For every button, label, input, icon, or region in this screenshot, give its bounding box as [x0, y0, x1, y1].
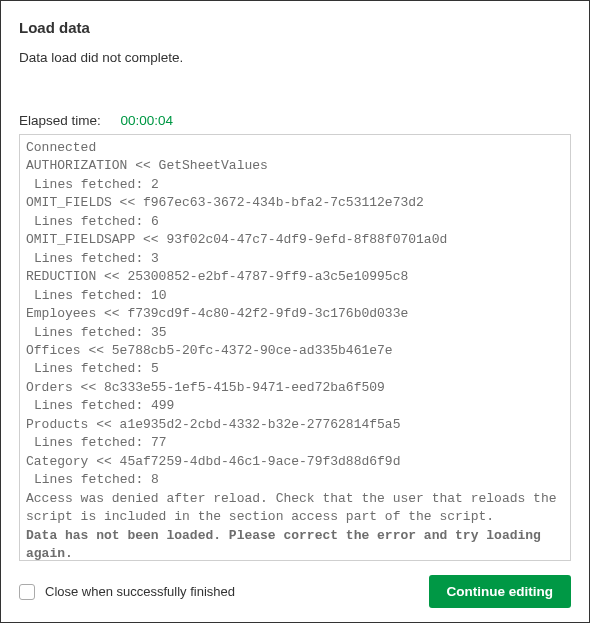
log-line: Orders << 8c333e55-1ef5-415b-9471-eed72b…	[26, 379, 562, 397]
log-line: Access was denied after reload. Check th…	[26, 490, 562, 527]
close-when-finished-checkbox[interactable]: Close when successfully finished	[19, 584, 235, 600]
log-line: Lines fetched: 77	[26, 434, 562, 452]
elapsed-time-value: 00:00:04	[121, 113, 174, 128]
log-line: Data has not been loaded. Please correct…	[26, 527, 562, 560]
elapsed-time-row: Elapsed time: 00:00:04	[19, 113, 571, 128]
dialog-footer: Close when successfully finished Continu…	[19, 561, 571, 608]
status-message: Data load did not complete.	[19, 50, 571, 65]
log-line: Products << a1e935d2-2cbd-4332-b32e-2776…	[26, 416, 562, 434]
log-line: Offices << 5e788cb5-20fc-4372-90ce-ad335…	[26, 342, 562, 360]
log-line: REDUCTION << 25300852-e2bf-4787-9ff9-a3c…	[26, 268, 562, 286]
log-line: Lines fetched: 8	[26, 471, 562, 489]
checkbox-box[interactable]	[19, 584, 35, 600]
log-output[interactable]: ConnectedAUTHORIZATION << GetSheetValues…	[20, 135, 570, 560]
log-line: OMIT_FIELDSAPP << 93f02c04-47c7-4df9-9ef…	[26, 231, 562, 249]
log-line: Lines fetched: 35	[26, 324, 562, 342]
log-line: Lines fetched: 5	[26, 360, 562, 378]
log-line: Lines fetched: 10	[26, 287, 562, 305]
log-line: Lines fetched: 3	[26, 250, 562, 268]
load-data-dialog: Load data Data load did not complete. El…	[0, 0, 590, 623]
log-line: Employees << f739cd9f-4c80-42f2-9fd9-3c1…	[26, 305, 562, 323]
log-line: OMIT_FIELDS << f967ec63-3672-434b-bfa2-7…	[26, 194, 562, 212]
log-line: Lines fetched: 6	[26, 213, 562, 231]
elapsed-time-label: Elapsed time:	[19, 113, 101, 128]
continue-editing-button[interactable]: Continue editing	[429, 575, 571, 608]
log-output-container: ConnectedAUTHORIZATION << GetSheetValues…	[19, 134, 571, 561]
log-line: AUTHORIZATION << GetSheetValues	[26, 157, 562, 175]
log-line: Lines fetched: 2	[26, 176, 562, 194]
log-line: Lines fetched: 499	[26, 397, 562, 415]
log-line: Connected	[26, 139, 562, 157]
dialog-title: Load data	[19, 19, 571, 36]
log-line: Category << 45af7259-4dbd-46c1-9ace-79f3…	[26, 453, 562, 471]
checkbox-label: Close when successfully finished	[45, 584, 235, 599]
